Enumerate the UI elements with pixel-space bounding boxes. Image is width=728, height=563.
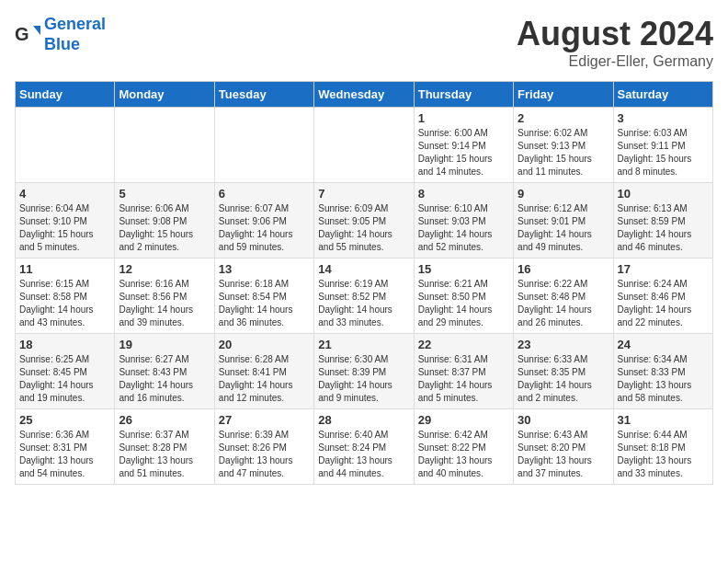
calendar-cell: 25Sunrise: 6:36 AM Sunset: 8:31 PM Dayli… bbox=[16, 409, 115, 485]
logo-text-line1: General bbox=[44, 15, 106, 35]
day-number: 25 bbox=[19, 413, 110, 427]
day-number: 21 bbox=[318, 338, 409, 351]
calendar-cell: 26Sunrise: 6:37 AM Sunset: 8:28 PM Dayli… bbox=[115, 409, 214, 485]
calendar-cell: 16Sunrise: 6:22 AM Sunset: 8:48 PM Dayli… bbox=[514, 259, 613, 334]
day-number: 28 bbox=[318, 413, 409, 427]
day-number: 15 bbox=[418, 262, 509, 276]
day-number: 6 bbox=[219, 187, 310, 201]
calendar-cell: 7Sunrise: 6:09 AM Sunset: 9:05 PM Daylig… bbox=[314, 183, 414, 259]
day-number: 17 bbox=[618, 262, 709, 276]
calendar-cell: 4Sunrise: 6:04 AM Sunset: 9:10 PM Daylig… bbox=[16, 183, 115, 259]
day-info: Sunrise: 6:30 AM Sunset: 8:39 PM Dayligh… bbox=[318, 353, 409, 405]
day-info: Sunrise: 6:24 AM Sunset: 8:46 PM Dayligh… bbox=[618, 278, 709, 329]
day-number: 24 bbox=[618, 338, 709, 351]
day-info: Sunrise: 6:31 AM Sunset: 8:37 PM Dayligh… bbox=[418, 353, 509, 405]
day-info: Sunrise: 6:02 AM Sunset: 9:13 PM Dayligh… bbox=[518, 127, 609, 178]
svg-text:G: G bbox=[15, 24, 29, 44]
calendar-cell: 28Sunrise: 6:40 AM Sunset: 8:24 PM Dayli… bbox=[314, 409, 414, 485]
calendar-cell: 6Sunrise: 6:07 AM Sunset: 9:06 PM Daylig… bbox=[214, 183, 313, 259]
day-number: 20 bbox=[219, 338, 310, 351]
calendar-cell: 19Sunrise: 6:27 AM Sunset: 8:43 PM Dayli… bbox=[115, 334, 214, 409]
day-info: Sunrise: 6:37 AM Sunset: 8:28 PM Dayligh… bbox=[119, 429, 210, 480]
calendar-cell: 13Sunrise: 6:18 AM Sunset: 8:54 PM Dayli… bbox=[214, 259, 313, 334]
day-info: Sunrise: 6:25 AM Sunset: 8:45 PM Dayligh… bbox=[19, 353, 110, 405]
day-number: 9 bbox=[518, 187, 609, 201]
header-day: Tuesday bbox=[214, 82, 313, 108]
day-number: 19 bbox=[119, 338, 210, 351]
day-number: 3 bbox=[618, 111, 709, 125]
calendar-cell: 24Sunrise: 6:34 AM Sunset: 8:33 PM Dayli… bbox=[613, 334, 712, 409]
calendar-cell: 10Sunrise: 6:13 AM Sunset: 8:59 PM Dayli… bbox=[613, 183, 712, 259]
day-info: Sunrise: 6:27 AM Sunset: 8:43 PM Dayligh… bbox=[119, 353, 210, 405]
day-number: 4 bbox=[19, 187, 110, 201]
header-day: Thursday bbox=[414, 82, 513, 108]
calendar-cell: 31Sunrise: 6:44 AM Sunset: 8:18 PM Dayli… bbox=[613, 409, 712, 485]
header-row: SundayMondayTuesdayWednesdayThursdayFrid… bbox=[16, 82, 713, 108]
day-number: 7 bbox=[318, 187, 409, 201]
calendar-cell bbox=[16, 108, 115, 183]
week-row: 18Sunrise: 6:25 AM Sunset: 8:45 PM Dayli… bbox=[16, 334, 713, 409]
day-number: 10 bbox=[618, 187, 709, 201]
day-info: Sunrise: 6:28 AM Sunset: 8:41 PM Dayligh… bbox=[219, 353, 310, 405]
day-info: Sunrise: 6:07 AM Sunset: 9:06 PM Dayligh… bbox=[219, 202, 310, 254]
day-info: Sunrise: 6:34 AM Sunset: 8:33 PM Dayligh… bbox=[618, 353, 709, 405]
day-info: Sunrise: 6:10 AM Sunset: 9:03 PM Dayligh… bbox=[418, 202, 509, 254]
day-number: 5 bbox=[119, 187, 210, 201]
calendar-cell: 23Sunrise: 6:33 AM Sunset: 8:35 PM Dayli… bbox=[514, 334, 613, 409]
day-number: 23 bbox=[518, 338, 609, 351]
day-number: 29 bbox=[418, 413, 509, 427]
day-number: 26 bbox=[119, 413, 210, 427]
calendar-cell: 2Sunrise: 6:02 AM Sunset: 9:13 PM Daylig… bbox=[514, 108, 613, 183]
day-number: 16 bbox=[518, 262, 609, 276]
header-day: Monday bbox=[115, 82, 214, 108]
day-number: 1 bbox=[418, 111, 509, 125]
calendar-cell bbox=[115, 108, 214, 183]
day-number: 27 bbox=[219, 413, 310, 427]
logo-icon: G bbox=[15, 22, 40, 48]
day-info: Sunrise: 6:33 AM Sunset: 8:35 PM Dayligh… bbox=[518, 353, 609, 405]
day-number: 31 bbox=[618, 413, 709, 427]
calendar-cell: 1Sunrise: 6:00 AM Sunset: 9:14 PM Daylig… bbox=[414, 108, 513, 183]
day-info: Sunrise: 6:15 AM Sunset: 8:58 PM Dayligh… bbox=[19, 278, 110, 329]
location-title: Ediger-Eller, Germany bbox=[517, 53, 713, 70]
calendar-cell: 12Sunrise: 6:16 AM Sunset: 8:56 PM Dayli… bbox=[115, 259, 214, 334]
calendar-cell: 9Sunrise: 6:12 AM Sunset: 9:01 PM Daylig… bbox=[514, 183, 613, 259]
header-day: Friday bbox=[514, 82, 613, 108]
day-number: 11 bbox=[19, 262, 110, 276]
calendar-cell: 27Sunrise: 6:39 AM Sunset: 8:26 PM Dayli… bbox=[214, 409, 313, 485]
day-info: Sunrise: 6:04 AM Sunset: 9:10 PM Dayligh… bbox=[19, 202, 110, 254]
header-day: Sunday bbox=[16, 82, 115, 108]
logo: G General Blue bbox=[15, 15, 106, 54]
calendar-cell: 20Sunrise: 6:28 AM Sunset: 8:41 PM Dayli… bbox=[214, 334, 313, 409]
calendar-cell: 17Sunrise: 6:24 AM Sunset: 8:46 PM Dayli… bbox=[613, 259, 712, 334]
day-info: Sunrise: 6:19 AM Sunset: 8:52 PM Dayligh… bbox=[318, 278, 409, 329]
day-info: Sunrise: 6:09 AM Sunset: 9:05 PM Dayligh… bbox=[318, 202, 409, 254]
day-number: 30 bbox=[518, 413, 609, 427]
header-day: Wednesday bbox=[314, 82, 414, 108]
calendar-cell: 15Sunrise: 6:21 AM Sunset: 8:50 PM Dayli… bbox=[414, 259, 513, 334]
day-number: 22 bbox=[418, 338, 509, 351]
svg-marker-1 bbox=[33, 26, 40, 35]
calendar-cell: 14Sunrise: 6:19 AM Sunset: 8:52 PM Dayli… bbox=[314, 259, 414, 334]
calendar-cell: 29Sunrise: 6:42 AM Sunset: 8:22 PM Dayli… bbox=[414, 409, 513, 485]
calendar-cell bbox=[214, 108, 313, 183]
calendar-cell: 18Sunrise: 6:25 AM Sunset: 8:45 PM Dayli… bbox=[16, 334, 115, 409]
calendar-cell: 30Sunrise: 6:43 AM Sunset: 8:20 PM Dayli… bbox=[514, 409, 613, 485]
day-info: Sunrise: 6:36 AM Sunset: 8:31 PM Dayligh… bbox=[19, 429, 110, 480]
day-info: Sunrise: 6:00 AM Sunset: 9:14 PM Dayligh… bbox=[418, 127, 509, 178]
day-info: Sunrise: 6:12 AM Sunset: 9:01 PM Dayligh… bbox=[518, 202, 609, 254]
day-info: Sunrise: 6:39 AM Sunset: 8:26 PM Dayligh… bbox=[219, 429, 310, 480]
day-info: Sunrise: 6:03 AM Sunset: 9:11 PM Dayligh… bbox=[618, 127, 709, 178]
header-day: Saturday bbox=[613, 82, 712, 108]
day-info: Sunrise: 6:16 AM Sunset: 8:56 PM Dayligh… bbox=[119, 278, 210, 329]
calendar-cell: 21Sunrise: 6:30 AM Sunset: 8:39 PM Dayli… bbox=[314, 334, 414, 409]
title-area: August 2024 Ediger-Eller, Germany bbox=[517, 15, 713, 70]
week-row: 25Sunrise: 6:36 AM Sunset: 8:31 PM Dayli… bbox=[16, 409, 713, 485]
day-number: 13 bbox=[219, 262, 310, 276]
day-info: Sunrise: 6:06 AM Sunset: 9:08 PM Dayligh… bbox=[119, 202, 210, 254]
header: G General Blue August 2024 Ediger-Eller,… bbox=[15, 15, 713, 70]
day-info: Sunrise: 6:18 AM Sunset: 8:54 PM Dayligh… bbox=[219, 278, 310, 329]
calendar-cell: 3Sunrise: 6:03 AM Sunset: 9:11 PM Daylig… bbox=[613, 108, 712, 183]
logo-text-line2: Blue bbox=[44, 35, 106, 55]
calendar-cell: 8Sunrise: 6:10 AM Sunset: 9:03 PM Daylig… bbox=[414, 183, 513, 259]
